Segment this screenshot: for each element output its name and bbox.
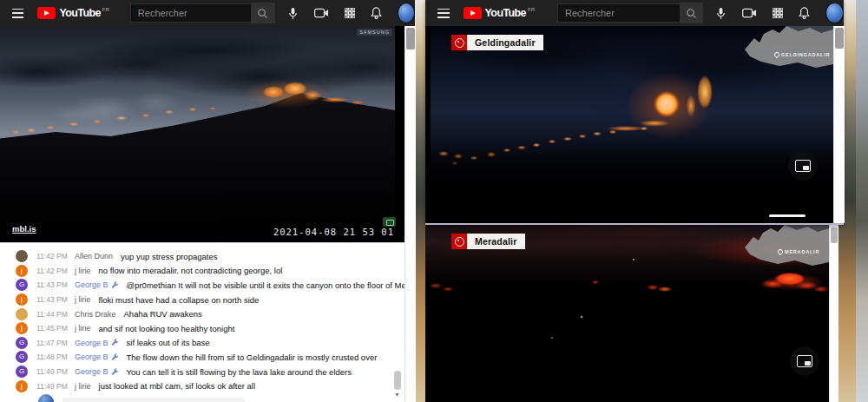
mic-icon[interactable] — [287, 7, 299, 20]
chat-message-row[interactable]: j 11:43 PM j lirie floki must have had a… — [0, 293, 404, 307]
live-chat-panel: 11:42 PM Allen Dunn yup yup stress propa… — [0, 242, 404, 402]
camera-logo-badge — [383, 217, 396, 227]
geldingadalir-video[interactable]: Geldingadalir GELDINGADALIR — [431, 26, 833, 218]
map-label-text: GELDINGADALIR — [781, 52, 830, 57]
search-button[interactable] — [681, 3, 703, 23]
search-input[interactable] — [131, 8, 252, 18]
hamburger-menu-icon[interactable] — [12, 9, 23, 18]
chat-timestamp: 11:45 PM — [36, 324, 75, 333]
chat-input-field[interactable] — [62, 398, 245, 402]
chat-author: George B — [75, 353, 108, 361]
youtube-brand-text: YouTube — [59, 7, 100, 19]
chat-timestamp: 11:49 PM — [36, 367, 75, 376]
youtube-header-right: YouTube FR — [425, 0, 844, 26]
back-page-scrollbar-thumb[interactable] — [831, 227, 838, 243]
chat-author: Chris Drake — [75, 310, 116, 319]
back-page-scrollbar[interactable] — [829, 222, 838, 402]
chat-avatar[interactable]: j — [16, 265, 28, 277]
moderator-wrench-icon — [111, 368, 119, 376]
chat-message-row[interactable]: G 11:48 PM George B The flow down the hi… — [0, 350, 404, 365]
chat-message-row[interactable]: 11:44 PM Chris Drake Ahaha RUV awakens — [0, 306, 404, 321]
chat-message-row[interactable]: j 11:42 PM j lirie no flow into meradali… — [0, 264, 404, 279]
chat-message-text: You can tell it is still flowing by the … — [127, 367, 352, 377]
chat-timestamp: 11:42 PM — [36, 267, 75, 275]
chat-avatar[interactable]: j — [16, 293, 28, 306]
chat-author: George B — [75, 280, 108, 289]
search-input[interactable] — [558, 8, 680, 18]
left-page-scrollbar[interactable] — [404, 26, 416, 402]
chat-avatar[interactable]: G — [16, 337, 28, 349]
back-browser-window: Meradalir MERADALIR — [425, 221, 838, 402]
pip-button-meradalir[interactable] — [790, 346, 819, 376]
location-pin-icon — [773, 51, 780, 58]
chat-avatar[interactable]: G — [16, 279, 28, 291]
youtube-logo[interactable]: YouTube FR — [37, 7, 108, 19]
eruption-icon — [451, 234, 467, 249]
youtube-logo[interactable]: YouTube FR — [464, 7, 535, 19]
chat-avatar[interactable]: G — [16, 351, 28, 363]
meradalir-video[interactable]: Meradalir MERADALIR — [425, 225, 829, 402]
chat-message-row[interactable]: j 11:49 PM j lirie just looked at mbl ca… — [0, 379, 404, 393]
mbl-volcano-video[interactable]: SAMSUNG mbl.is 2021-04-08 21 53 01 — [0, 26, 404, 242]
chat-message-text: and sif not looking too healthy tonight — [99, 324, 235, 333]
chat-avatar[interactable]: G — [16, 366, 28, 378]
search-button[interactable] — [252, 3, 274, 23]
apps-grid-icon[interactable] — [345, 8, 355, 18]
chat-scrollbar-down-arrow[interactable]: ▼ — [394, 392, 400, 398]
chat-avatar[interactable]: j — [16, 322, 28, 334]
notifications-bell-icon[interactable] — [799, 7, 810, 19]
user-avatar[interactable] — [398, 3, 415, 23]
chat-author: j lirie — [75, 324, 91, 333]
notifications-bell-icon[interactable] — [371, 7, 382, 19]
chat-message-row[interactable]: G 11:47 PM George B sif leaks out of its… — [0, 336, 404, 351]
chat-message-text: Ahaha RUV awakens — [124, 309, 202, 319]
left-page-scrollbar-thumb[interactable] — [406, 28, 415, 49]
youtube-country-code: FR — [528, 7, 535, 12]
youtube-play-icon — [464, 7, 482, 19]
pip-icon — [795, 160, 811, 172]
chat-author: j lirie — [75, 382, 91, 391]
chat-message-row[interactable]: G 11:49 PM George B You can tell it is s… — [0, 365, 404, 379]
chat-avatar[interactable]: j — [16, 380, 28, 392]
map-inset-meradalir: MERADALIR — [745, 225, 829, 266]
user-avatar[interactable] — [825, 3, 844, 23]
horizontal-scrollbar-thumb[interactable] — [769, 214, 806, 217]
desktop: { "youtube": { "brand": "YouTube", "coun… — [0, 0, 868, 402]
location-pin-icon — [777, 248, 784, 255]
apps-grid-icon[interactable] — [773, 8, 783, 18]
create-video-icon[interactable] — [742, 8, 757, 18]
mic-icon[interactable] — [715, 7, 727, 20]
chat-timestamp: 11:47 PM — [36, 339, 75, 347]
search-box — [557, 3, 681, 23]
chat-author: j lirie — [75, 267, 91, 275]
youtube-brand-text: YouTube — [485, 7, 526, 19]
samsung-watermark: SAMSUNG — [357, 29, 392, 36]
front-page-scrollbar-thumb[interactable] — [835, 28, 844, 49]
create-video-icon[interactable] — [314, 8, 329, 18]
chat-message-row[interactable]: 11:42 PM Allen Dunn yup yup stress propa… — [0, 249, 404, 264]
youtube-play-icon — [37, 7, 56, 19]
chat-input-avatar[interactable] — [38, 394, 54, 402]
map-label-text: MERADALIR — [785, 249, 819, 254]
front-page-scrollbar[interactable] — [833, 26, 845, 223]
chat-avatar[interactable] — [16, 308, 28, 320]
hamburger-menu-icon[interactable] — [437, 9, 450, 18]
chat-message-text: sif leaks out of its base — [127, 338, 210, 347]
chat-timestamp: 11:42 PM — [36, 252, 75, 260]
chat-timestamp: 11:48 PM — [36, 353, 75, 361]
chat-message-text: floki must have had a collapse on north … — [99, 295, 260, 305]
chat-message-row[interactable]: j 11:45 PM j lirie and sif not looking t… — [0, 321, 404, 336]
eruption-icon — [451, 35, 467, 50]
chat-scrollbar-thumb[interactable] — [394, 371, 401, 390]
chat-message-text: The flow down the hill from sif to Geldi… — [127, 353, 378, 362]
search-icon — [257, 8, 268, 19]
chat-timestamp: 11:44 PM — [36, 310, 75, 319]
chat-message-row[interactable]: G 11:43 PM George B @pr0methian It will … — [0, 278, 404, 293]
search-icon — [686, 8, 697, 19]
chat-message-text: @pr0methian It will not be visible until… — [127, 280, 404, 290]
pip-button-geldingadalir[interactable] — [788, 151, 818, 181]
stream-label-text: Geldingadalir — [467, 35, 543, 50]
youtube-header-left: YouTube FR — [0, 0, 415, 26]
chat-avatar[interactable] — [16, 250, 28, 262]
chat-author: George B — [75, 367, 108, 376]
